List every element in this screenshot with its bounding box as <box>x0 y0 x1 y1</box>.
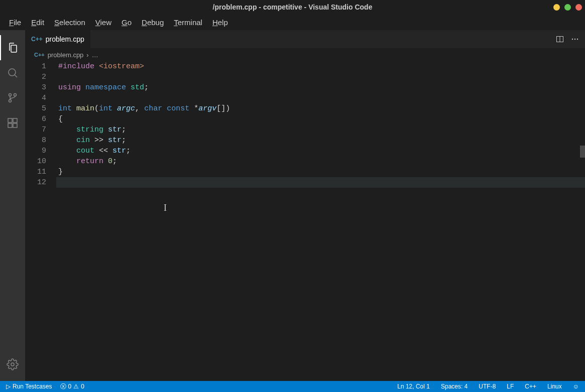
line-number: 3 <box>25 82 46 93</box>
tab-bar: C++ problem.cpp <box>25 30 585 48</box>
svg-rect-6 <box>8 123 12 127</box>
svg-point-0 <box>9 69 16 76</box>
svg-line-1 <box>15 75 17 77</box>
encoding[interactable]: UTF-8 <box>477 383 498 390</box>
line-number: 9 <box>25 146 46 156</box>
code-line[interactable]: #include <iostream> <box>56 61 585 72</box>
line-number: 1 <box>25 61 46 72</box>
more-actions-icon[interactable] <box>571 35 579 43</box>
cpp-file-icon: C++ <box>31 36 43 43</box>
feedback-icon[interactable]: ☺ <box>571 383 581 390</box>
text-cursor-icon: I <box>164 203 167 213</box>
source-control-icon[interactable] <box>0 85 25 110</box>
line-number: 5 <box>25 103 46 114</box>
minimize-button[interactable] <box>553 4 560 11</box>
line-number: 10 <box>25 156 46 167</box>
chevron-right-icon: › <box>86 51 88 59</box>
svg-point-12 <box>572 39 573 40</box>
line-number: 6 <box>25 114 46 124</box>
line-number: 8 <box>25 135 46 146</box>
code-line[interactable] <box>56 177 585 188</box>
play-icon: ▷ <box>6 383 11 390</box>
line-number: 11 <box>25 167 46 177</box>
line-number: 4 <box>25 93 46 103</box>
split-editor-icon[interactable] <box>556 35 564 43</box>
menu-go[interactable]: Go <box>116 16 137 29</box>
line-gutter: 123456789101112 <box>25 61 56 381</box>
menu-terminal[interactable]: Terminal <box>169 16 207 29</box>
activitybar <box>0 30 25 381</box>
line-number: 7 <box>25 124 46 135</box>
svg-point-2 <box>14 94 17 96</box>
settings-icon[interactable] <box>0 352 25 377</box>
code-line[interactable]: cin >> str; <box>56 135 585 146</box>
breadcrumb-file: problem.cpp <box>48 51 84 59</box>
code-line[interactable]: { <box>56 114 585 124</box>
titlebar: /problem.cpp - competitive - Visual Stud… <box>0 0 585 14</box>
warning-icon: ⚠ <box>73 383 79 390</box>
svg-rect-5 <box>8 118 12 122</box>
menu-file[interactable]: File <box>4 16 26 29</box>
code-line[interactable] <box>56 93 585 103</box>
svg-rect-8 <box>13 118 17 122</box>
code-line[interactable]: string str; <box>56 124 585 135</box>
line-number: 2 <box>25 72 46 82</box>
scrollbar-thumb[interactable] <box>580 146 585 158</box>
editor-area: C++ problem.cpp C++ problem.cpp › … 1234… <box>25 30 585 381</box>
code-line[interactable] <box>56 72 585 82</box>
menu-help[interactable]: Help <box>207 16 233 29</box>
code-line[interactable]: int main(int argc, char const *argv[]) <box>56 103 585 114</box>
close-button[interactable] <box>575 4 582 11</box>
menu-debug[interactable]: Debug <box>137 16 169 29</box>
menu-selection[interactable]: Selection <box>49 16 90 29</box>
window-controls <box>553 4 582 11</box>
code-line[interactable]: cout << str; <box>56 146 585 156</box>
menu-edit[interactable]: Edit <box>26 16 49 29</box>
statusbar: ▷ Run Testcases ⓧ0 ⚠0 Ln 12, Col 1 Space… <box>0 381 585 392</box>
tab-problem-cpp[interactable]: C++ problem.cpp <box>25 30 91 48</box>
code-line[interactable]: return 0; <box>56 156 585 167</box>
os[interactable]: Linux <box>545 383 564 390</box>
code-content[interactable]: #include <iostream>using namespace std;i… <box>56 61 585 381</box>
explorer-icon[interactable] <box>0 35 25 60</box>
window-title: /problem.cpp - competitive - Visual Stud… <box>213 3 373 11</box>
run-testcases-button[interactable]: ▷ Run Testcases <box>4 383 54 390</box>
cursor-position[interactable]: Ln 12, Col 1 <box>395 383 432 390</box>
svg-point-13 <box>574 39 575 40</box>
breadcrumbs[interactable]: C++ problem.cpp › … <box>25 48 585 61</box>
search-icon[interactable] <box>0 60 25 85</box>
code-line[interactable]: } <box>56 167 585 177</box>
eol[interactable]: LF <box>505 383 516 390</box>
svg-point-3 <box>9 94 12 96</box>
tab-label: problem.cpp <box>46 35 84 43</box>
maximize-button[interactable] <box>564 4 571 11</box>
menu-view[interactable]: View <box>90 16 116 29</box>
svg-rect-7 <box>13 123 17 127</box>
svg-point-9 <box>11 363 14 366</box>
breadcrumb-more: … <box>92 51 98 59</box>
svg-point-4 <box>9 100 12 102</box>
indentation[interactable]: Spaces: 4 <box>439 383 470 390</box>
code-editor[interactable]: 123456789101112 #include <iostream>using… <box>25 61 585 381</box>
extensions-icon[interactable] <box>0 110 25 136</box>
menubar: File Edit Selection View Go Debug Termin… <box>0 14 585 30</box>
svg-point-14 <box>577 39 578 40</box>
code-line[interactable]: using namespace std; <box>56 82 585 93</box>
error-icon: ⓧ <box>60 382 66 391</box>
language-mode[interactable]: C++ <box>523 383 538 390</box>
cpp-file-icon: C++ <box>34 52 45 58</box>
problems-button[interactable]: ⓧ0 ⚠0 <box>58 382 86 391</box>
